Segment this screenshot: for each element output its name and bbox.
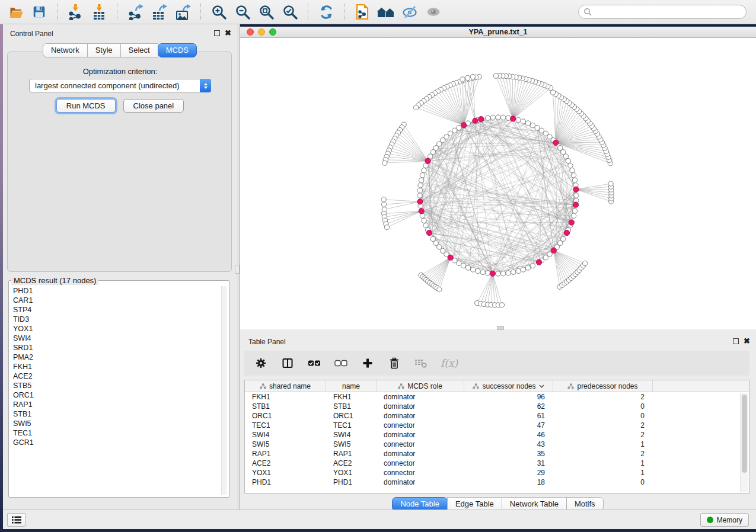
mcds-node: [479, 117, 484, 122]
table-cell: 96: [464, 392, 553, 402]
tab-network[interactable]: Network: [43, 43, 88, 57]
mcds-result-item[interactable]: PHD1: [12, 286, 221, 296]
mcds-result-list: PHD1CAR1STP4TID3YOX1SWI4SRD1PMA2FKH1ACE2…: [12, 286, 221, 495]
column-header-MCDS-role[interactable]: MCDS role: [377, 380, 464, 392]
float-table-panel-icon[interactable]: [732, 337, 739, 345]
status-bar: Memory: [3, 509, 756, 529]
mcds-result-item[interactable]: PMA2: [12, 352, 221, 362]
table-row[interactable]: TEC1TEC1connector472: [245, 421, 740, 430]
open-file-icon[interactable]: [6, 2, 25, 21]
deselect-all-icon[interactable]: [334, 356, 348, 370]
show-details-icon[interactable]: [424, 2, 443, 21]
optimization-criterion-select[interactable]: largest connected component (undirected): [29, 79, 211, 92]
close-window-icon[interactable]: [247, 28, 254, 36]
mcds-result-item[interactable]: SRD1: [12, 343, 221, 352]
zoom-fit-icon[interactable]: [257, 2, 276, 21]
mcds-result-item[interactable]: RAP1: [12, 400, 221, 409]
table-row[interactable]: SWI5SWI5connector431: [245, 440, 740, 449]
minimize-window-icon[interactable]: [258, 28, 265, 36]
mcds-node: [426, 230, 432, 235]
mcds-node: [553, 140, 559, 145]
table-row[interactable]: STB1STB1dominator620: [245, 402, 740, 411]
float-panel-icon[interactable]: [213, 29, 221, 37]
column-header-shared-name[interactable]: shared name: [245, 380, 326, 392]
column-header-predecessor-nodes[interactable]: predecessor nodes: [553, 380, 653, 392]
mcds-result-item[interactable]: GCR1: [12, 438, 221, 447]
mcds-result-title: MCDS result (17 nodes): [11, 276, 98, 285]
mcds-node: [417, 199, 423, 204]
mcds-result-item[interactable]: STB1: [12, 409, 221, 419]
table-header-row: shared namenameMCDS rolesuccessor nodesp…: [245, 380, 749, 392]
export-image-icon[interactable]: [173, 2, 192, 21]
table-cell: 2: [553, 449, 653, 459]
table-row[interactable]: ACE2ACE2connector311: [245, 459, 740, 468]
apply-layout-icon[interactable]: [317, 2, 336, 21]
mcds-result-item[interactable]: SWI5: [12, 419, 221, 428]
zoom-in-icon[interactable]: [209, 2, 228, 21]
task-history-button[interactable]: [7, 513, 25, 527]
toolbar-separator: [117, 4, 117, 20]
mcds-node: [473, 118, 478, 123]
search-network-icon[interactable]: [377, 2, 395, 21]
import-table-icon[interactable]: [90, 2, 109, 21]
export-network-icon[interactable]: [126, 2, 145, 21]
mcds-result-item[interactable]: STB5: [12, 381, 221, 390]
mcds-list-scrollbar[interactable]: [221, 286, 227, 495]
close-panel-button[interactable]: Close panel: [123, 99, 184, 113]
tab-mcds[interactable]: MCDS: [158, 43, 197, 57]
mcds-node: [573, 202, 578, 207]
run-mcds-button[interactable]: Run MCDS: [56, 99, 116, 113]
table-row[interactable]: YOX1YOX1connector291: [245, 468, 740, 477]
mcds-result-item[interactable]: YOX1: [12, 324, 221, 334]
close-panel-icon[interactable]: ✖: [224, 29, 232, 37]
settings-gear-icon[interactable]: [254, 356, 268, 370]
zoom-out-icon[interactable]: [233, 2, 252, 21]
table-scrollbar-thumb[interactable]: [742, 395, 747, 473]
mcds-result-item[interactable]: ACE2: [12, 371, 221, 381]
select-all-icon[interactable]: [307, 356, 321, 370]
mcds-result-item[interactable]: SWI4: [12, 334, 221, 343]
mcds-node: [425, 158, 430, 164]
mcds-result-item[interactable]: TID3: [12, 315, 221, 324]
horizontal-splitter-handle[interactable]: [497, 326, 504, 330]
import-network-icon[interactable]: [66, 2, 85, 21]
export-table-icon[interactable]: [149, 2, 168, 21]
maximize-window-icon[interactable]: [269, 28, 276, 36]
mcds-result-item[interactable]: ORC1: [12, 390, 221, 400]
function-builder-icon[interactable]: f(x): [441, 357, 458, 369]
network-canvas[interactable]: [240, 38, 756, 329]
hide-details-icon[interactable]: [400, 2, 419, 21]
table-row[interactable]: ORC1ORC1dominator610: [245, 411, 740, 421]
delete-table-icon[interactable]: [414, 356, 428, 370]
table-cell: dominator: [377, 411, 464, 421]
close-table-panel-icon[interactable]: ✖: [743, 337, 751, 345]
delete-row-icon[interactable]: [387, 356, 401, 370]
save-session-icon[interactable]: [30, 2, 49, 21]
network-file-share-icon[interactable]: [353, 2, 372, 21]
zoom-selected-icon[interactable]: [280, 2, 299, 21]
mcds-result-item[interactable]: FKH1: [12, 362, 221, 371]
table-scrollbar[interactable]: [740, 393, 748, 492]
search-box[interactable]: [578, 5, 747, 19]
column-header-name[interactable]: name: [326, 380, 377, 392]
mcds-result-item[interactable]: STP4: [12, 305, 221, 315]
mcds-result-item[interactable]: TEC1: [12, 428, 221, 438]
mcds-result-group: MCDS result (17 nodes) PHD1CAR1STP4TID3Y…: [8, 276, 229, 498]
show-columns-icon[interactable]: [280, 356, 295, 370]
table-row[interactable]: RAP1RAP1dominator352: [245, 449, 740, 459]
select-stepper-icon: [200, 79, 211, 92]
table-cell: PHD1: [245, 477, 326, 487]
mcds-node: [490, 271, 495, 276]
tab-select[interactable]: Select: [120, 43, 158, 57]
add-row-icon[interactable]: [361, 356, 375, 370]
table-row[interactable]: PHD1PHD1dominator180: [245, 477, 740, 487]
memory-button[interactable]: Memory: [700, 513, 749, 527]
table-row[interactable]: SWI4SWI4dominator462: [245, 430, 740, 440]
search-input[interactable]: [595, 8, 741, 16]
tab-style[interactable]: Style: [87, 43, 121, 57]
splitter-handle[interactable]: [235, 265, 240, 274]
mcds-result-item[interactable]: CAR1: [12, 296, 221, 305]
table-row[interactable]: FKH1FKH1dominator962: [245, 392, 740, 402]
table-cell: TEC1: [326, 421, 377, 430]
column-header-successor-nodes[interactable]: successor nodes: [464, 380, 553, 392]
